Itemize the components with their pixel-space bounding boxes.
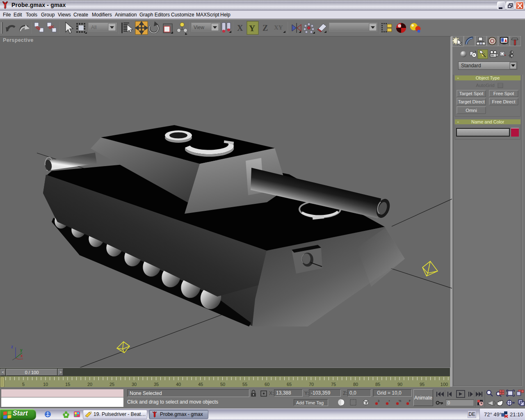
svg-text:AutoGrid: AutoGrid (476, 83, 494, 88)
svg-text:Standard: Standard (461, 63, 481, 68)
svg-text:10: 10 (43, 382, 48, 387)
svg-text:Z: Z (262, 23, 268, 32)
svg-text:z: z (11, 345, 13, 349)
svg-text:5: 5 (22, 382, 25, 387)
svg-text:70: 70 (309, 382, 314, 387)
svg-text:75: 75 (331, 382, 336, 387)
svg-text:All: All (91, 25, 96, 30)
svg-text:-: - (457, 119, 459, 124)
svg-text:100: 100 (441, 382, 448, 387)
svg-text:55: 55 (242, 382, 247, 387)
svg-text:Perspective: Perspective (3, 37, 34, 43)
svg-text:Target Direct: Target Direct (458, 99, 485, 104)
svg-text:X: X (237, 23, 243, 32)
svg-text:View: View (194, 25, 204, 30)
svg-text:Target Spot: Target Spot (459, 91, 484, 96)
svg-text:Name and Color: Name and Color (471, 119, 504, 124)
svg-text:XY: XY (274, 24, 283, 31)
svg-text:65: 65 (287, 382, 292, 387)
svg-text:40: 40 (176, 382, 181, 387)
svg-text:45: 45 (198, 382, 203, 387)
svg-text:0: 0 (447, 400, 450, 405)
svg-text:90: 90 (397, 382, 402, 387)
svg-text:60: 60 (265, 382, 269, 387)
svg-text:3: 3 (378, 399, 379, 402)
svg-text:x: x (21, 354, 23, 358)
svg-text:Free Direct: Free Direct (492, 99, 516, 104)
svg-text:Y: Y (249, 23, 255, 33)
svg-text:30: 30 (132, 382, 137, 387)
svg-text:%: % (399, 399, 401, 402)
svg-text:+: + (388, 399, 390, 402)
svg-text:85: 85 (375, 382, 380, 387)
svg-text:50: 50 (220, 382, 225, 387)
svg-text:Free Spot: Free Spot (493, 91, 514, 96)
svg-text:-: - (457, 75, 459, 80)
svg-text:80: 80 (353, 382, 358, 387)
svg-text:25: 25 (110, 382, 114, 387)
svg-text:15: 15 (65, 382, 70, 387)
svg-text:F: F (409, 399, 411, 402)
svg-text:y: y (20, 348, 23, 352)
svg-text:Object Type: Object Type (476, 75, 500, 80)
svg-text:35: 35 (154, 382, 159, 387)
svg-text:20: 20 (87, 382, 92, 387)
svg-text:95: 95 (420, 382, 425, 387)
svg-text:Omni: Omni (466, 108, 477, 113)
